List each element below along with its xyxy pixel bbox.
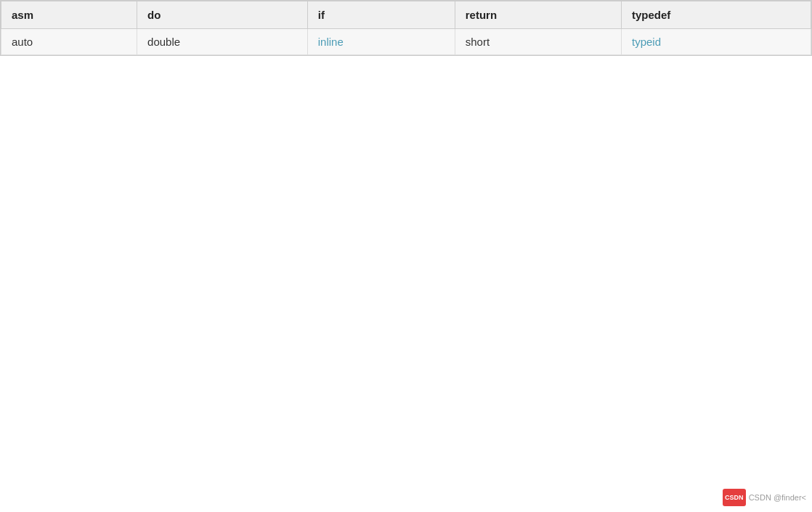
table-row: autodoubleinlineshorttypeid [1, 29, 811, 55]
table-cell: typeid [621, 29, 811, 55]
table-header-row: asmdoifreturntypedef [1, 1, 811, 29]
column-header-return: return [455, 1, 621, 29]
watermark-text: CSDN @finder< [749, 493, 806, 502]
table-cell: inline [307, 29, 455, 55]
column-header-typedef: typedef [621, 1, 811, 29]
table-cell: double [137, 29, 308, 55]
csdn-logo-icon: CSDN [723, 489, 746, 506]
column-header-asm: asm [1, 1, 137, 29]
watermark: CSDN CSDN @finder< [723, 489, 806, 506]
table-cell: auto [1, 29, 137, 55]
keyword-table: asmdoifreturntypedef autodoubleinlinesho… [1, 1, 811, 55]
table-cell: short [455, 29, 621, 55]
column-header-do: do [137, 1, 308, 29]
column-header-if: if [307, 1, 455, 29]
keyword-table-container: asmdoifreturntypedef autodoubleinlinesho… [0, 0, 812, 56]
